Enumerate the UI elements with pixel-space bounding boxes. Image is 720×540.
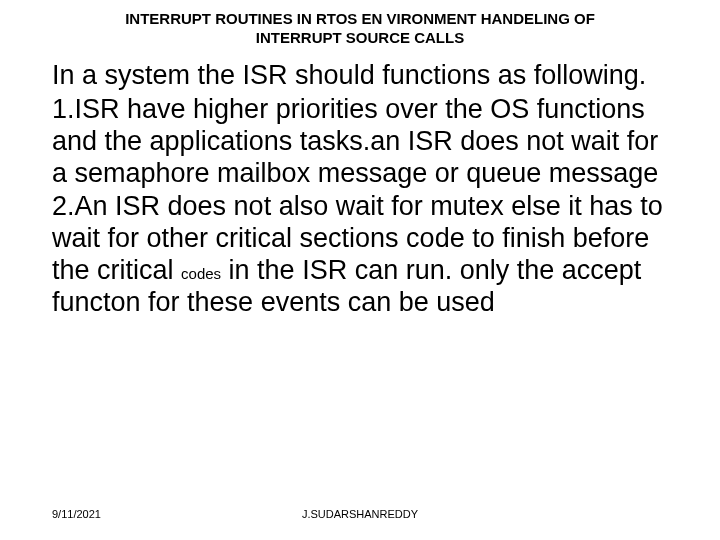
body-p3-small: codes (181, 265, 221, 282)
title-line-2: INTERRUPT SOURCE CALLS (256, 29, 464, 46)
body-paragraph-3: 2.An ISR does not also wait for mutex el… (52, 191, 672, 318)
slide: INTERRUPT ROUTINES IN RTOS EN VIRONMENT … (0, 0, 720, 540)
slide-body: In a system the ISR should functions as … (52, 60, 672, 321)
slide-title: INTERRUPT ROUTINES IN RTOS EN VIRONMENT … (120, 10, 600, 48)
body-paragraph-1: In a system the ISR should functions as … (52, 60, 672, 92)
title-line-1: INTERRUPT ROUTINES IN RTOS EN VIRONMENT … (125, 10, 595, 27)
body-paragraph-2: 1.ISR have higher priorities over the OS… (52, 94, 672, 190)
footer-author: J.SUDARSHANREDDY (0, 508, 720, 520)
